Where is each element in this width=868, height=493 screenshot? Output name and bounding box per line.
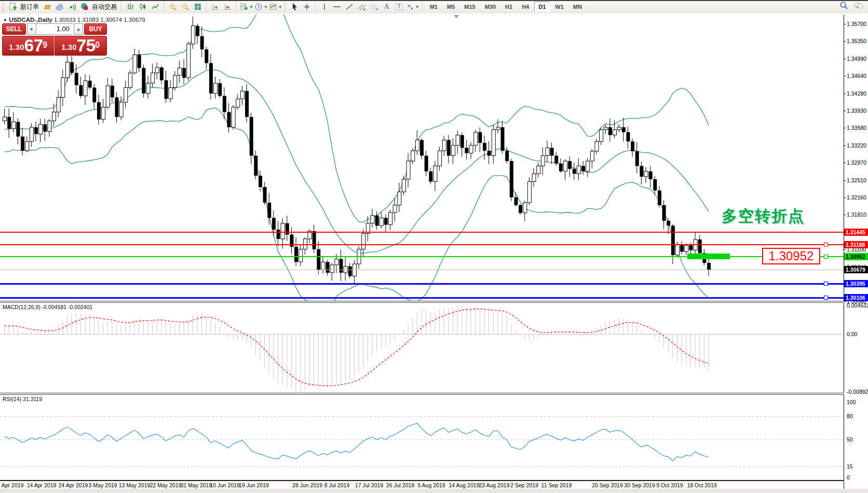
line-selection-handle[interactable] <box>824 296 828 300</box>
line-selection-handle[interactable] <box>824 255 828 259</box>
dropdown-arrow-icon: ▼ <box>415 5 419 9</box>
timeframe-W1[interactable]: W1 <box>551 2 568 12</box>
new-order-button[interactable] <box>7 1 19 12</box>
signals-button[interactable] <box>66 1 78 12</box>
line-chart-button[interactable] <box>150 1 161 12</box>
horizontal-line-1.30106[interactable] <box>0 297 844 299</box>
community-button[interactable] <box>54 1 65 12</box>
macd-pane-divider[interactable] <box>0 301 844 303</box>
horizontal-line-tool-button[interactable] <box>331 1 343 12</box>
buy-button[interactable]: BUY <box>84 23 107 35</box>
date-label: 17 Jul 2019 <box>355 482 383 488</box>
vertical-line-icon <box>321 3 328 11</box>
line-selection-handle[interactable] <box>824 243 828 247</box>
periods-icon <box>254 3 263 11</box>
chart-shift-marker[interactable] <box>454 15 459 18</box>
sell-button[interactable]: SELL <box>2 23 26 35</box>
timeframe-M5[interactable]: M5 <box>443 2 459 12</box>
price-tick-label: 1.33930 <box>847 108 866 114</box>
mt4-window: 新订单 自动交易 <box>0 0 868 493</box>
auto-scroll-button[interactable] <box>210 1 221 12</box>
timeframe-M15[interactable]: M15 <box>460 2 479 12</box>
turning-point-highlight-bar[interactable] <box>687 254 730 259</box>
zoom-out-button[interactable] <box>180 1 191 12</box>
autotrading-button[interactable] <box>79 1 90 12</box>
sell-price-display[interactable]: 1.30 67 9 <box>2 36 55 56</box>
search-icon[interactable] <box>839 1 848 10</box>
price-tick-label: 1.34640 <box>847 73 866 79</box>
profiles-icon <box>43 3 51 11</box>
price-tick-label: 1.32870 <box>847 159 866 166</box>
volume-increase-button[interactable]: ▲ <box>74 23 83 35</box>
horizontal-line-1.31188[interactable] <box>0 244 844 245</box>
price-tick-label: 1.31810 <box>847 211 866 218</box>
price-tick-label: 1.33580 <box>847 125 866 131</box>
toolbar-grip <box>3 3 5 11</box>
toolbar-separator <box>236 2 237 11</box>
buy-price-display[interactable]: 1.30 75 0 <box>55 36 107 56</box>
timeframe-D1[interactable]: D1 <box>534 2 550 12</box>
sell-price-handle: 1.30 <box>9 41 24 54</box>
fibonacci-icon: F <box>370 3 379 11</box>
volume-input[interactable]: 1.00 <box>36 23 73 35</box>
new-order-label[interactable]: 新订单 <box>20 3 39 11</box>
crosshair-tool-button[interactable] <box>301 1 313 12</box>
label-tool-button[interactable]: T <box>394 1 405 12</box>
horizontal-line-icon <box>332 3 342 11</box>
price-tick-label: 1.34280 <box>847 90 866 97</box>
bar-chart-button[interactable] <box>125 1 136 12</box>
date-label: 14 Aug 2019 <box>449 482 480 488</box>
macd-axis-label: -0.008928 <box>847 389 868 395</box>
equidistant-channel-icon: E <box>357 3 367 11</box>
chart-shift-icon <box>224 3 233 11</box>
timeframe-M1[interactable]: M1 <box>426 2 442 12</box>
indicators-button[interactable]: ▼ <box>240 1 253 12</box>
crosshair-icon <box>303 3 311 11</box>
profiles-button[interactable] <box>42 1 53 12</box>
date-label: 13 May 2019 <box>119 482 151 488</box>
candlestick-chart-button[interactable] <box>137 1 148 12</box>
price-tick-label: 1.35700 <box>847 21 866 27</box>
horizontal-line-1.30395[interactable] <box>0 283 844 285</box>
chart-surface[interactable] <box>0 15 844 481</box>
templates-button[interactable]: ▼ <box>269 1 282 12</box>
price-annotation-box[interactable]: 1.30952 <box>762 248 820 264</box>
timeframe-M30[interactable]: M30 <box>481 2 500 12</box>
vertical-line-tool-button[interactable] <box>319 1 330 12</box>
rsi-indicator-label: RSI(14) 31.3119 <box>3 396 42 402</box>
line-chart-icon <box>151 3 159 11</box>
line-selection-handle[interactable] <box>824 282 828 286</box>
price-badge: 1.31445 <box>844 229 868 236</box>
timeframe-H1[interactable]: H1 <box>501 2 517 12</box>
chat-icon[interactable] <box>853 2 864 10</box>
horizontal-line-1.31445[interactable] <box>0 232 844 233</box>
zoom-in-button[interactable] <box>167 1 179 12</box>
auto-scroll-icon <box>211 3 220 11</box>
turning-point-annotation[interactable]: 多空转折点 <box>722 206 805 227</box>
timeframe-H4[interactable]: H4 <box>518 2 533 12</box>
tile-windows-button[interactable] <box>192 1 204 12</box>
fibonacci-tool-button[interactable]: F <box>369 1 380 12</box>
volume-decrease-button[interactable]: ▼ <box>27 23 36 35</box>
price-axis-line[interactable] <box>844 15 844 489</box>
zoom-in-icon <box>169 3 178 11</box>
date-label: 14 Apr 2019 <box>27 482 57 488</box>
dropdown-arrow-icon: ▼ <box>278 5 282 9</box>
collapse-arrow-icon[interactable]: ▲ <box>3 17 7 22</box>
axis-tick-mark <box>844 197 846 198</box>
rsi-axis-label: 15 <box>847 463 853 470</box>
periods-button[interactable]: ▼ <box>254 1 268 12</box>
equidistant-channel-tool-button[interactable]: E <box>356 1 368 12</box>
text-tool-button[interactable]: A <box>381 1 392 12</box>
macd-axis-label: 0.00 <box>847 331 857 337</box>
cursor-tool-button[interactable] <box>289 1 300 12</box>
axis-tick-mark <box>844 249 846 250</box>
price-tick-label: 1.32510 <box>847 177 866 183</box>
arrows-tool-button[interactable]: ▼ <box>406 1 419 12</box>
timeframe-MN[interactable]: MN <box>569 2 586 12</box>
date-label: 18 Oct 2019 <box>687 482 716 488</box>
autotrading-label[interactable]: 自动交易 <box>92 3 117 11</box>
trendline-tool-button[interactable] <box>344 1 355 12</box>
rsi-pane-divider[interactable] <box>0 393 844 395</box>
chart-shift-button[interactable] <box>222 1 234 12</box>
